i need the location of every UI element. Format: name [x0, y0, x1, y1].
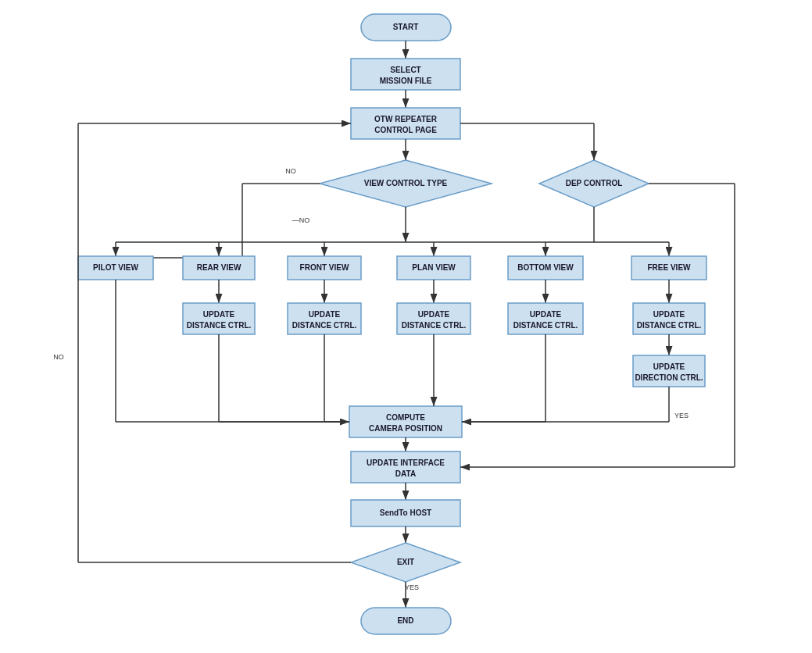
udist-bottom-node — [508, 303, 583, 334]
udist-rear-label1: UPDATE — [203, 310, 235, 319]
udist-free-label1: UPDATE — [653, 310, 685, 319]
udist-free-label2: DISTANCE CTRL. — [637, 321, 702, 330]
udist-front-label2: DISTANCE CTRL. — [292, 321, 357, 330]
select-mission-label: SELECT — [390, 66, 420, 74]
compute-camera-node — [349, 406, 462, 437]
otw-repeater-node — [351, 108, 460, 139]
udist-bottom-label1: UPDATE — [530, 310, 562, 319]
no2-label: —NO — [292, 216, 310, 224]
pilot-view-label: PILOT VIEW — [93, 263, 138, 272]
view-control-label: VIEW CONTROL TYPE — [364, 179, 448, 187]
udist-rear-label2: DISTANCE CTRL. — [187, 321, 252, 330]
udist-plan-label2: DISTANCE CTRL. — [402, 321, 467, 330]
start-label: START — [393, 23, 419, 31]
yes1-label: YES — [674, 412, 689, 419]
select-mission-node — [351, 59, 460, 90]
end-label: END — [397, 616, 413, 625]
front-view-label: FRONT VIEW — [300, 263, 349, 272]
yes2-label: YES — [405, 583, 419, 591]
flowchart: START SELECT MISSION FILE OTW REPEATER C… — [0, 0, 812, 653]
plan-view-label: PLAN VIEW — [412, 263, 456, 272]
exit-label: EXIT — [397, 558, 414, 566]
no3-label: NO — [53, 353, 64, 361]
update-interface-label1: UPDATE INTERFACE — [367, 459, 445, 467]
udir-label2: DIRECTION CTRL. — [635, 373, 703, 382]
compute-camera-label1: COMPUTE — [386, 413, 425, 422]
compute-camera-label2: CAMERA POSITION — [369, 424, 442, 433]
dep-control-label: DEP CONTROL — [566, 179, 623, 187]
bottom-view-label: BOTTOM VIEW — [517, 263, 574, 272]
udist-front-label1: UPDATE — [309, 310, 341, 319]
free-view-label: FREE VIEW — [647, 263, 691, 272]
otw-label2: CONTROL PAGE — [374, 126, 437, 134]
no1-label: NO — [285, 167, 296, 175]
udir-label1: UPDATE — [653, 362, 685, 371]
udist-bottom-label2: DISTANCE CTRL. — [513, 321, 578, 330]
update-interface-node — [351, 451, 460, 483]
select-mission-label2: MISSION FILE — [380, 77, 432, 85]
udist-free-node — [633, 303, 705, 334]
udir-node — [633, 355, 705, 387]
rear-view-label: REAR VIEW — [197, 263, 241, 272]
udist-plan-label1: UPDATE — [418, 310, 450, 319]
udist-plan-node — [397, 303, 470, 334]
update-interface-label2: DATA — [395, 469, 416, 478]
udist-front-node — [288, 303, 361, 334]
udist-rear-node — [183, 303, 255, 334]
sendto-host-label: SendTo HOST — [380, 508, 431, 517]
otw-label1: OTW REPEATER — [374, 115, 438, 123]
